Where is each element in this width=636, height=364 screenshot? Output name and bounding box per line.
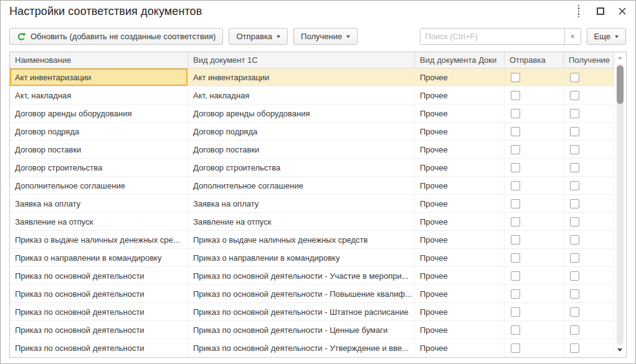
table-row[interactable]: Приказ по основной деятельности Приказ п… bbox=[10, 339, 626, 357]
cell-doc-1c[interactable]: Приказ о направлении в командировку bbox=[188, 249, 415, 266]
cell-doc-doki[interactable]: Прочее bbox=[415, 339, 505, 357]
cell-name[interactable]: Договор подряда bbox=[10, 123, 188, 140]
cell-name[interactable]: Дополнительное соглашение bbox=[10, 177, 188, 194]
cell-receive[interactable] bbox=[564, 339, 614, 357]
cell-name[interactable]: Приказ по основной деятельности bbox=[10, 339, 188, 357]
cell-doc-1c[interactable]: Акт, накладная bbox=[188, 86, 415, 104]
receive-checkbox[interactable] bbox=[570, 109, 579, 118]
cell-doc-1c[interactable]: Договор подряда bbox=[188, 123, 415, 140]
cell-doc-doki[interactable]: Прочее bbox=[415, 86, 505, 104]
cell-send[interactable] bbox=[505, 339, 564, 357]
cell-doc-doki[interactable]: Прочее bbox=[415, 195, 505, 212]
cell-name[interactable]: Договор поставки bbox=[10, 141, 188, 158]
cell-doc-1c[interactable]: Дополнительное соглашение bbox=[188, 177, 415, 194]
table-row[interactable]: Заявление на отпуск Заявление на отпуск … bbox=[10, 213, 626, 231]
cell-name[interactable]: Заявление на отпуск bbox=[10, 213, 188, 230]
cell-receive[interactable] bbox=[564, 86, 614, 104]
receive-checkbox[interactable] bbox=[570, 325, 579, 335]
cell-send[interactable] bbox=[505, 141, 564, 158]
receive-checkbox[interactable] bbox=[570, 307, 579, 317]
cell-name[interactable]: Приказ по основной деятельности bbox=[10, 285, 188, 302]
column-header-4[interactable]: Получение bbox=[564, 52, 614, 68]
send-checkbox[interactable] bbox=[511, 235, 520, 245]
cell-doc-1c[interactable]: Заявка на оплату bbox=[188, 195, 415, 212]
cell-name[interactable]: Договор аренды оборудования bbox=[10, 105, 188, 122]
cell-doc-doki[interactable]: Прочее bbox=[415, 285, 505, 302]
column-header-1[interactable]: Вид документ 1С bbox=[188, 52, 415, 68]
receive-checkbox[interactable] bbox=[570, 91, 579, 100]
receive-checkbox[interactable] bbox=[570, 145, 579, 154]
table-row[interactable]: Приказ по основной деятельности Приказ п… bbox=[10, 267, 626, 285]
table-row[interactable]: Акт инвентаризации Акт инвентаризации Пр… bbox=[10, 68, 626, 86]
receive-checkbox[interactable] bbox=[570, 235, 579, 245]
receive-checkbox[interactable] bbox=[570, 163, 579, 172]
send-checkbox[interactable] bbox=[511, 271, 520, 281]
column-header-2[interactable]: Вид документа Доки bbox=[415, 52, 505, 68]
cell-name[interactable]: Приказ о выдаче наличных денежных сре... bbox=[10, 231, 188, 248]
cell-name[interactable]: Приказ о направлении в командировку bbox=[10, 249, 188, 266]
send-checkbox[interactable] bbox=[511, 91, 520, 100]
table-row[interactable]: Акт, накладная Акт, накладная Прочее bbox=[10, 86, 626, 105]
cell-receive[interactable] bbox=[564, 321, 614, 338]
search-input[interactable] bbox=[420, 29, 564, 44]
cell-name[interactable]: Приказ по основной деятельности bbox=[10, 267, 188, 284]
cell-name[interactable]: Приказ по основной деятельности bbox=[10, 303, 188, 320]
scroll-down-arrow-icon[interactable] bbox=[617, 348, 622, 352]
cell-doc-doki[interactable]: Прочее bbox=[415, 231, 505, 248]
more-button[interactable]: Еще bbox=[587, 28, 626, 45]
cell-doc-1c[interactable]: Приказ по основной деятельности - Повыше… bbox=[188, 285, 415, 302]
maximize-icon[interactable] bbox=[596, 6, 605, 16]
cell-send[interactable] bbox=[505, 303, 564, 320]
cell-receive[interactable] bbox=[564, 141, 614, 158]
cell-doc-doki[interactable]: Прочее bbox=[415, 159, 505, 176]
receive-checkbox[interactable] bbox=[570, 73, 579, 82]
cell-doc-1c[interactable]: Заявление на отпуск bbox=[188, 213, 415, 230]
table-row[interactable]: Приказ по основной деятельности Приказ п… bbox=[10, 321, 626, 339]
cell-send[interactable] bbox=[505, 285, 564, 302]
table-row[interactable]: Договор подряда Договор подряда Прочее bbox=[10, 123, 626, 141]
cell-name[interactable]: Заявка на оплату bbox=[10, 195, 188, 212]
table-row[interactable]: Дополнительное соглашение Дополнительное… bbox=[10, 177, 626, 195]
send-checkbox[interactable] bbox=[511, 181, 520, 190]
send-checkbox[interactable] bbox=[511, 145, 520, 154]
send-menu-button[interactable]: Отправка bbox=[229, 28, 288, 45]
cell-doc-1c[interactable]: Договор аренды оборудования bbox=[188, 105, 415, 122]
cell-send[interactable] bbox=[505, 177, 564, 194]
search-clear-button[interactable]: × bbox=[564, 29, 581, 44]
cell-name[interactable]: Договор строительства bbox=[10, 159, 188, 176]
cell-doc-1c[interactable]: Акт инвентаризации bbox=[188, 68, 415, 86]
receive-checkbox[interactable] bbox=[570, 199, 579, 208]
cell-receive[interactable] bbox=[564, 285, 614, 302]
send-checkbox[interactable] bbox=[511, 307, 520, 317]
cell-doc-doki[interactable]: Прочее bbox=[415, 177, 505, 194]
cell-receive[interactable] bbox=[564, 249, 614, 266]
cell-receive[interactable] bbox=[564, 303, 614, 320]
cell-doc-doki[interactable]: Прочее bbox=[415, 123, 505, 140]
cell-send[interactable] bbox=[505, 159, 564, 176]
cell-name[interactable]: Акт, накладная bbox=[10, 86, 188, 104]
cell-doc-doki[interactable]: Прочее bbox=[415, 303, 505, 320]
cell-receive[interactable] bbox=[564, 267, 614, 284]
cell-doc-1c[interactable]: Приказ по основной деятельности - Участи… bbox=[188, 267, 415, 284]
cell-name[interactable]: Приказ по основной деятельности bbox=[10, 321, 188, 338]
cell-receive[interactable] bbox=[564, 105, 614, 122]
cell-doc-1c[interactable]: Приказ по основной деятельности - Утверж… bbox=[188, 339, 415, 357]
kebab-menu-icon[interactable] bbox=[574, 6, 584, 16]
send-checkbox[interactable] bbox=[511, 325, 520, 335]
cell-doc-1c[interactable]: Договор строительства bbox=[188, 159, 415, 176]
cell-send[interactable] bbox=[505, 213, 564, 230]
send-checkbox[interactable] bbox=[511, 109, 520, 118]
receive-checkbox[interactable] bbox=[570, 271, 579, 281]
cell-send[interactable] bbox=[505, 86, 564, 104]
cell-receive[interactable] bbox=[564, 213, 614, 230]
column-header-0[interactable]: Наименование bbox=[10, 52, 188, 68]
table-row[interactable]: Заявка на оплату Заявка на оплату Прочее bbox=[10, 195, 626, 213]
cell-receive[interactable] bbox=[564, 195, 614, 212]
cell-doc-doki[interactable]: Прочее bbox=[415, 249, 505, 266]
send-checkbox[interactable] bbox=[511, 289, 520, 299]
scrollbar-track[interactable] bbox=[617, 63, 624, 345]
cell-doc-doki[interactable]: Прочее bbox=[415, 68, 505, 86]
cell-receive[interactable] bbox=[564, 123, 614, 140]
table-row[interactable]: Приказ по основной деятельности Приказ п… bbox=[10, 303, 626, 321]
cell-doc-doki[interactable]: Прочее bbox=[415, 141, 505, 158]
